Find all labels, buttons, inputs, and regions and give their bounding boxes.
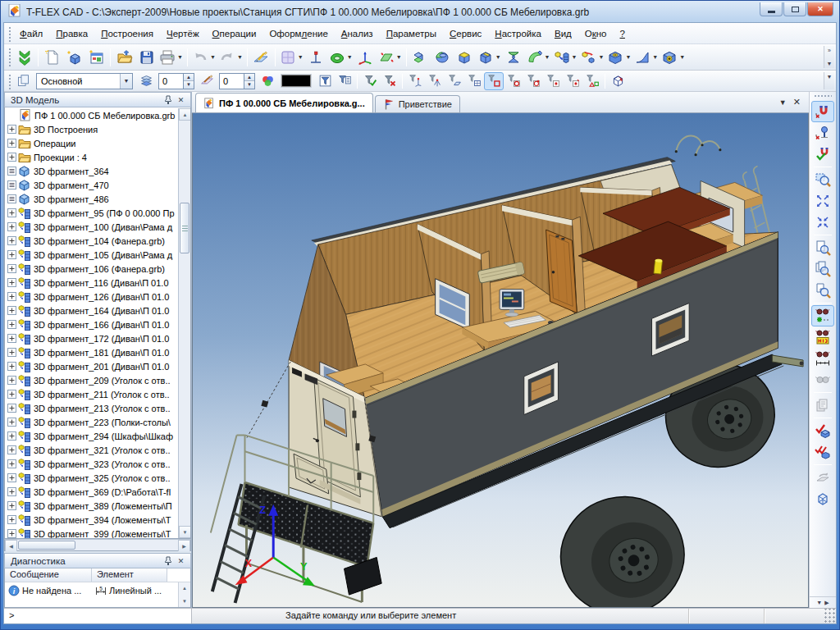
chevron-down-icon[interactable]: ▼ xyxy=(177,54,183,60)
expander-icon[interactable] xyxy=(7,320,16,329)
chevron-down-icon[interactable]: ▼ xyxy=(679,54,685,60)
expander-icon[interactable] xyxy=(7,139,16,148)
3d-node-button[interactable] xyxy=(305,47,327,68)
pin-icon[interactable] xyxy=(162,555,175,567)
snap-options-button[interactable] xyxy=(811,144,834,165)
new-3d-model-button[interactable] xyxy=(63,47,85,68)
command-line[interactable]: > xyxy=(4,609,192,623)
layer-spinner[interactable]: 0▲▼ xyxy=(158,73,194,89)
scroll-thumb[interactable] xyxy=(18,541,75,550)
expander-icon[interactable] xyxy=(7,376,16,385)
tree-item[interactable]: 3D Построения xyxy=(5,122,178,136)
show-dimensions-button[interactable] xyxy=(811,326,834,348)
draw-on-top-button[interactable] xyxy=(608,72,628,90)
tree-item[interactable]: 3D фрагмент_95 (ПФ 0 00.000 Пр xyxy=(5,206,178,220)
menu-item-12[interactable]: Окно xyxy=(578,25,614,42)
viewport-3d[interactable]: X Y Z xyxy=(192,113,809,608)
menu-item-9[interactable]: Сервис xyxy=(443,25,488,42)
toolbar-next-icon[interactable]: ▶ xyxy=(824,600,829,606)
tree-item[interactable]: 3D фрагмент_211 (Уголок с отв.. xyxy=(5,387,178,401)
expander-icon[interactable] xyxy=(7,306,16,315)
redo-button[interactable]: ▼ xyxy=(217,47,244,68)
close-button[interactable]: ✕ xyxy=(807,2,833,16)
copy-3d-button[interactable]: ▼ xyxy=(552,47,579,68)
expander-icon[interactable] xyxy=(7,250,16,259)
expander-icon[interactable] xyxy=(7,473,16,482)
array-3d-button[interactable]: ▼ xyxy=(578,47,605,68)
filter-lcs-button[interactable] xyxy=(405,72,425,90)
line-thickness-button[interactable] xyxy=(197,72,217,90)
document-tab[interactable]: Приветствие xyxy=(375,95,460,112)
workplane-arrows-button[interactable]: ▼ xyxy=(377,47,404,68)
filter-window-button[interactable] xyxy=(315,72,335,90)
chevron-down-icon[interactable]: ▼ xyxy=(652,54,658,60)
menu-item-8[interactable]: Параметры xyxy=(380,25,443,42)
expander-icon[interactable] xyxy=(7,236,16,245)
tree-item[interactable]: Операции xyxy=(5,136,178,150)
close-icon[interactable]: ✕ xyxy=(175,555,187,567)
scroll-down-icon[interactable]: ▼ xyxy=(179,526,191,538)
hide-elements-button[interactable] xyxy=(811,305,834,326)
3d-profile-button[interactable]: ▼ xyxy=(327,47,354,68)
tree-item[interactable]: 3D фрагмент_116 (Диван\П 01.0 xyxy=(5,276,178,290)
menu-item-6[interactable]: Оформление xyxy=(262,25,334,42)
zoom-page-button[interactable] xyxy=(811,237,834,258)
tree-item[interactable]: 3D фрагмент_389 (Ложементы\П xyxy=(5,499,178,513)
toolbar-grip[interactable] xyxy=(7,73,11,89)
tree-item[interactable]: 3D фрагмент_223 (Полки-столы\ xyxy=(5,415,178,429)
expander-icon[interactable] xyxy=(7,167,16,176)
coordinate-system-button[interactable] xyxy=(354,47,377,68)
tree-item[interactable]: 3D фрагмент_399 (Ложементы\Т xyxy=(5,527,178,538)
tree-item[interactable]: 3D фрагмент_325 (Уголок с отв.. xyxy=(5,471,178,485)
diagnostics-column-header[interactable]: Сообщение xyxy=(5,568,92,582)
scroll-left-icon[interactable]: ◀ xyxy=(5,540,17,551)
zoom-pages-button[interactable] xyxy=(811,258,834,280)
expander-icon[interactable] xyxy=(7,153,16,162)
open-document-button[interactable] xyxy=(113,47,135,68)
tab-close-icon[interactable]: ✕ xyxy=(793,97,801,107)
menu-item-1[interactable]: Файл xyxy=(13,25,49,42)
chevron-down-icon[interactable]: ▼ xyxy=(572,54,578,60)
filter-points2-button[interactable] xyxy=(563,72,582,90)
chevron-down-icon[interactable]: ▼ xyxy=(625,54,631,60)
workplane-button[interactable]: ▼ xyxy=(278,47,305,68)
expander-icon[interactable] xyxy=(7,501,16,510)
expander-icon[interactable] xyxy=(7,459,16,468)
scroll-up-icon[interactable]: ▲ xyxy=(179,108,191,121)
tree-item[interactable]: 3D фрагмент_486 xyxy=(5,192,178,206)
zoom-extents-button[interactable] xyxy=(811,190,834,212)
pin-icon[interactable] xyxy=(162,94,175,106)
color-palette-button[interactable] xyxy=(258,72,277,90)
menu-item-11[interactable]: Вид xyxy=(548,25,578,42)
expander-icon[interactable] xyxy=(7,418,16,427)
minimize-button[interactable] xyxy=(760,2,783,16)
filter-elements-button[interactable] xyxy=(335,72,354,90)
menu-item-13[interactable]: ? xyxy=(614,25,632,42)
wireframe-view-button[interactable] xyxy=(811,488,834,509)
expander-icon[interactable] xyxy=(7,194,16,203)
tree-item[interactable]: ПФ 1 00.000 СБ Мебелировка.grb xyxy=(5,108,178,122)
expander-icon[interactable] xyxy=(7,125,16,134)
page-selector[interactable]: Основной▼ xyxy=(36,73,133,89)
expander-icon[interactable] xyxy=(7,264,16,273)
filter-grid-button[interactable] xyxy=(464,72,484,90)
filter-workplanes-button[interactable] xyxy=(445,72,464,90)
boolean-union-button[interactable] xyxy=(454,47,476,68)
viewport-3d-scene[interactable]: X Y Z xyxy=(193,113,808,607)
expander-icon[interactable] xyxy=(7,445,16,454)
filter-off-button[interactable] xyxy=(380,72,399,90)
save-document-button[interactable] xyxy=(135,47,158,68)
tree-item[interactable]: 3D фрагмент_470 xyxy=(5,178,178,192)
filter-on-button[interactable] xyxy=(360,72,380,90)
diagnostics-row[interactable]: iНе найдена ...5Линейный ... xyxy=(5,582,190,599)
expander-icon[interactable] xyxy=(7,515,16,524)
chevron-down-icon[interactable]: ▼ xyxy=(210,54,216,60)
spinner-down-icon[interactable]: ▼ xyxy=(244,81,254,89)
expander-icon[interactable] xyxy=(7,208,16,217)
chevron-down-icon[interactable]: ▼ xyxy=(598,54,604,60)
menu-item-3[interactable]: Построения xyxy=(94,25,160,42)
tab-list-icon[interactable]: ▼ xyxy=(779,98,787,107)
chevron-down-icon[interactable]: ▼ xyxy=(347,54,353,60)
new-document-button[interactable] xyxy=(41,47,63,68)
expander-icon[interactable] xyxy=(7,431,16,441)
